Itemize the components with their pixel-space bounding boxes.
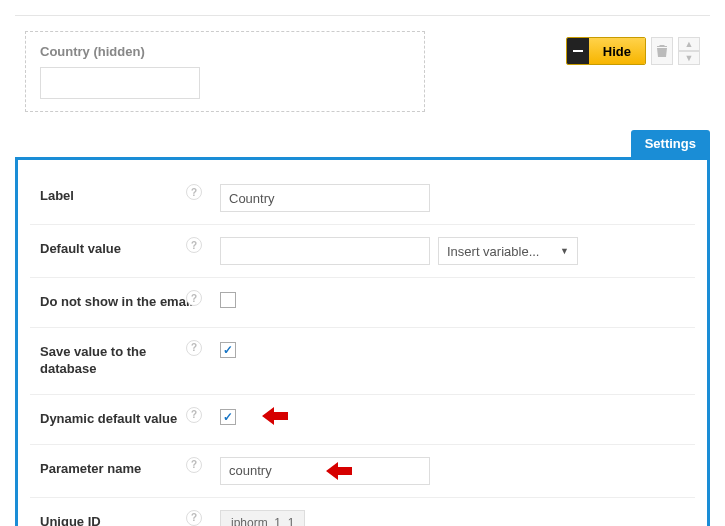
row-title: Save value to the database bbox=[40, 344, 146, 376]
row-title: Dynamic default value bbox=[40, 411, 177, 426]
reorder-stepper: ▲ ▼ bbox=[678, 37, 700, 65]
settings-panel: Label ? Default value ? Insert variable.… bbox=[15, 157, 710, 526]
dynamic-default-checkbox[interactable] bbox=[220, 409, 236, 425]
default-value-input[interactable] bbox=[220, 237, 430, 265]
preview-label: Country (hidden) bbox=[40, 44, 410, 59]
row-save-db: Save value to the database ? bbox=[30, 328, 695, 395]
help-icon[interactable]: ? bbox=[186, 510, 202, 526]
field-preview: Country (hidden) bbox=[25, 31, 425, 112]
chevron-down-icon[interactable]: ▼ bbox=[678, 51, 700, 65]
row-label: Label ? bbox=[30, 172, 695, 225]
save-db-checkbox[interactable] bbox=[220, 342, 236, 358]
arrow-left-icon bbox=[262, 407, 286, 425]
help-icon[interactable]: ? bbox=[186, 457, 202, 473]
row-title: Do not show in the email bbox=[40, 294, 193, 309]
row-unique-id: Unique ID ? iphorm_1_1 bbox=[30, 498, 695, 526]
help-icon[interactable]: ? bbox=[186, 290, 202, 306]
row-title: Unique ID bbox=[40, 514, 101, 526]
label-input[interactable] bbox=[220, 184, 430, 212]
top-buttons: Hide ▲ ▼ bbox=[566, 31, 710, 65]
row-title: Label bbox=[40, 188, 74, 203]
tab-settings[interactable]: Settings bbox=[631, 130, 710, 157]
help-icon[interactable]: ? bbox=[186, 340, 202, 356]
trash-icon[interactable] bbox=[651, 37, 673, 65]
hide-label: Hide bbox=[589, 38, 645, 64]
row-title: Default value bbox=[40, 241, 121, 256]
row-no-email: Do not show in the email ? bbox=[30, 278, 695, 328]
row-default-value: Default value ? Insert variable... bbox=[30, 225, 695, 278]
parameter-name-input[interactable] bbox=[220, 457, 430, 485]
chevron-up-icon[interactable]: ▲ bbox=[678, 37, 700, 51]
unique-id-value: iphorm_1_1 bbox=[220, 510, 305, 526]
help-icon[interactable]: ? bbox=[186, 184, 202, 200]
top-row: Country (hidden) Hide ▲ ▼ bbox=[15, 31, 710, 112]
help-icon[interactable]: ? bbox=[186, 407, 202, 423]
row-parameter-name: Parameter name ? bbox=[30, 445, 695, 498]
select-label: Insert variable... bbox=[447, 244, 540, 259]
row-title: Parameter name bbox=[40, 461, 141, 476]
insert-variable-select[interactable]: Insert variable... bbox=[438, 237, 578, 265]
tab-bar: Settings bbox=[15, 130, 710, 157]
row-dynamic-default: Dynamic default value ? bbox=[30, 395, 695, 445]
preview-input bbox=[40, 67, 200, 99]
no-email-checkbox[interactable] bbox=[220, 292, 236, 308]
collapse-button[interactable]: Hide bbox=[566, 37, 646, 65]
minus-icon bbox=[567, 38, 589, 64]
help-icon[interactable]: ? bbox=[186, 237, 202, 253]
